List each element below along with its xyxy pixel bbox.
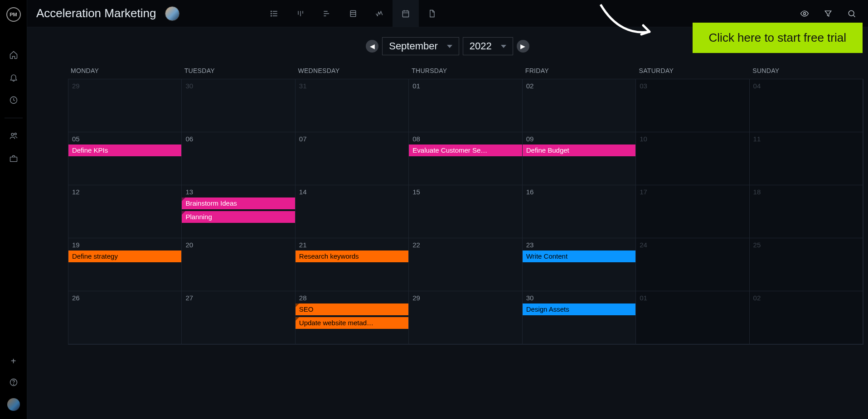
- calendar-cell[interactable]: 16: [523, 185, 636, 238]
- day-number: 24: [636, 241, 749, 249]
- calendar-cell[interactable]: 17: [636, 185, 749, 238]
- calendar-event[interactable]: Brainstorm Ideas: [182, 197, 295, 209]
- clock-icon[interactable]: [9, 95, 19, 105]
- briefcase-icon[interactable]: [9, 154, 19, 164]
- calendar-cell[interactable]: 30: [182, 79, 295, 132]
- day-number: 13: [182, 188, 295, 196]
- calendar-cell[interactable]: 25: [750, 238, 863, 291]
- view-dashboard-icon[interactable]: [366, 0, 393, 27]
- day-number: 11: [750, 135, 863, 143]
- day-number: 04: [750, 82, 863, 90]
- calendar-event[interactable]: Planning: [182, 211, 295, 223]
- day-number: 25: [750, 241, 863, 249]
- calendar-cell[interactable]: 07: [296, 132, 409, 185]
- calendar-cell[interactable]: 03: [636, 79, 749, 132]
- calendar-cell[interactable]: 01: [636, 291, 749, 344]
- view-gantt-icon[interactable]: [314, 0, 340, 27]
- calendar-grid: 2930310102030405Define KPIs060708Evaluat…: [68, 79, 863, 345]
- year-dropdown[interactable]: 2022: [463, 37, 513, 55]
- calendar-cell[interactable]: 01: [409, 79, 522, 132]
- bell-icon[interactable]: [9, 72, 19, 82]
- day-number: 28: [296, 294, 408, 302]
- day-number: 12: [68, 188, 181, 196]
- view-board-icon[interactable]: [287, 0, 314, 27]
- people-icon[interactable]: [9, 131, 19, 141]
- logo-text: PM: [10, 12, 17, 17]
- day-number: 19: [68, 241, 181, 249]
- event-corner-marker: [296, 317, 299, 321]
- calendar-cell[interactable]: 18: [750, 185, 863, 238]
- day-number: 06: [182, 135, 295, 143]
- calendar-cell[interactable]: 12: [68, 185, 182, 238]
- project-avatar[interactable]: [165, 6, 179, 21]
- calendar-cell[interactable]: 08Evaluate Customer Se…: [409, 132, 522, 185]
- calendar-cell[interactable]: 04: [750, 79, 863, 132]
- calendar-cell[interactable]: 19Define strategy: [68, 238, 182, 291]
- calendar-cell[interactable]: 02: [750, 291, 863, 344]
- day-number: 27: [182, 294, 295, 302]
- day-number: 05: [68, 135, 181, 143]
- calendar: MONDAYTUESDAYWEDNESDAYTHURSDAYFRIDAYSATU…: [27, 63, 868, 345]
- main-area: Acceleration Marketing Click here to sta…: [27, 0, 868, 419]
- calendar-event[interactable]: Define Budget: [523, 144, 635, 156]
- search-icon[interactable]: [847, 9, 856, 18]
- calendar-event[interactable]: SEO: [296, 303, 408, 315]
- calendar-event[interactable]: Research keywords: [296, 250, 408, 262]
- event-corner-marker: [182, 211, 185, 215]
- view-calendar-icon[interactable]: [393, 0, 419, 27]
- day-header: MONDAY: [68, 63, 182, 79]
- calendar-cell[interactable]: 23Write Content: [523, 238, 636, 291]
- add-button[interactable]: +: [11, 356, 16, 366]
- calendar-cell[interactable]: 29: [68, 79, 182, 132]
- calendar-cell[interactable]: 24: [636, 238, 749, 291]
- calendar-cell[interactable]: 31: [296, 79, 409, 132]
- month-label: September: [389, 40, 438, 52]
- visibility-icon[interactable]: [800, 9, 809, 18]
- calendar-cell[interactable]: 28SEOUpdate website metad…: [296, 291, 409, 344]
- calendar-cell[interactable]: 09Define Budget: [523, 132, 636, 185]
- day-number: 29: [409, 294, 522, 302]
- day-number: 31: [296, 82, 408, 90]
- calendar-cell[interactable]: 26: [68, 291, 182, 344]
- day-number: 03: [636, 82, 749, 90]
- calendar-cell[interactable]: 10: [636, 132, 749, 185]
- help-icon[interactable]: [9, 377, 19, 387]
- month-dropdown[interactable]: September: [382, 37, 459, 55]
- view-files-icon[interactable]: [419, 0, 445, 27]
- calendar-cell[interactable]: 20: [182, 238, 295, 291]
- calendar-cell[interactable]: 06: [182, 132, 295, 185]
- svg-point-7: [271, 13, 272, 14]
- calendar-cell[interactable]: 21Research keywords: [296, 238, 409, 291]
- calendar-cell[interactable]: 11: [750, 132, 863, 185]
- calendar-cell[interactable]: 30Design Assets: [523, 291, 636, 344]
- prev-month-button[interactable]: ◀: [366, 40, 378, 53]
- filter-icon[interactable]: [824, 9, 833, 18]
- day-number: 01: [636, 294, 749, 302]
- calendar-cell[interactable]: 29: [409, 291, 522, 344]
- view-list-icon[interactable]: [261, 0, 287, 27]
- calendar-header-row: MONDAYTUESDAYWEDNESDAYTHURSDAYFRIDAYSATU…: [68, 63, 863, 79]
- calendar-cell[interactable]: 15: [409, 185, 522, 238]
- app-logo[interactable]: PM: [6, 7, 21, 22]
- calendar-cell[interactable]: 13Brainstorm IdeasPlanning: [182, 185, 295, 238]
- calendar-cell[interactable]: 22: [409, 238, 522, 291]
- calendar-event[interactable]: Evaluate Customer Se…: [409, 144, 522, 156]
- calendar-event[interactable]: Design Assets: [523, 303, 635, 315]
- calendar-cell[interactable]: 14: [296, 185, 409, 238]
- svg-point-6: [271, 11, 272, 12]
- calendar-cell[interactable]: 05Define KPIs: [68, 132, 182, 185]
- day-number: 22: [409, 241, 522, 249]
- user-avatar-sidebar[interactable]: [7, 398, 20, 411]
- start-trial-button[interactable]: Click here to start free trial: [693, 23, 863, 53]
- view-sheet-icon[interactable]: [340, 0, 366, 27]
- calendar-cell[interactable]: 02: [523, 79, 636, 132]
- calendar-event[interactable]: Define KPIs: [68, 144, 181, 156]
- calendar-event[interactable]: Update website metad…: [296, 317, 408, 329]
- home-icon[interactable]: [9, 50, 19, 60]
- calendar-event[interactable]: Define strategy: [68, 250, 181, 262]
- calendar-cell[interactable]: 27: [182, 291, 295, 344]
- chevron-down-icon: [501, 45, 506, 48]
- day-number: 20: [182, 241, 295, 249]
- next-month-button[interactable]: ▶: [517, 40, 529, 53]
- calendar-event[interactable]: Write Content: [523, 250, 635, 262]
